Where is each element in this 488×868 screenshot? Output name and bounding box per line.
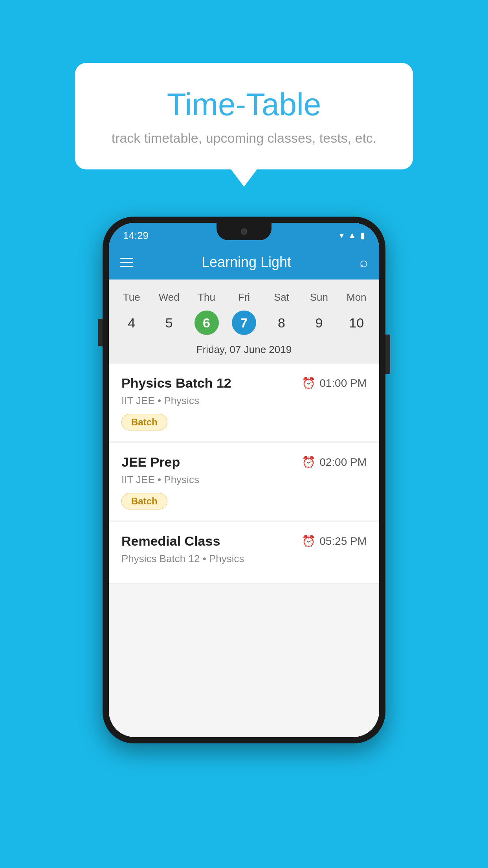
- class-3-time: ⏰ 05:25 PM: [302, 535, 367, 548]
- status-time: 14:29: [123, 230, 149, 242]
- clock-icon-3: ⏰: [302, 535, 316, 548]
- class-1-badge: Batch: [121, 414, 167, 430]
- class-2-time: ⏰ 02:00 PM: [302, 456, 367, 469]
- battery-icon: ▮: [360, 230, 365, 241]
- class-1-name: Physics Batch 12: [121, 375, 231, 391]
- day-8[interactable]: 8: [269, 311, 294, 335]
- class-3-name: Remedial Class: [121, 533, 220, 549]
- day-thu: Thu: [188, 287, 225, 307]
- day-sat: Sat: [263, 287, 300, 307]
- wifi-icon: ▾: [339, 230, 344, 241]
- class-3-detail: Physics Batch 12 • Physics: [121, 553, 367, 565]
- class-item-3-header: Remedial Class ⏰ 05:25 PM: [121, 533, 367, 549]
- day-7-selected[interactable]: 7: [232, 311, 256, 335]
- app-title: Learning Light: [202, 254, 291, 270]
- class-3-time-value: 05:25 PM: [319, 535, 367, 548]
- phone-mockup: 14:29 ▾ ▲ ▮ Learning Light ⌕: [103, 217, 385, 743]
- camera-dot: [241, 228, 247, 235]
- class-2-badge: Batch: [121, 493, 167, 509]
- clock-icon-1: ⏰: [302, 377, 316, 390]
- class-1-time-value: 01:00 PM: [319, 377, 367, 390]
- class-2-name: JEE Prep: [121, 454, 180, 470]
- class-item-1[interactable]: Physics Batch 12 ⏰ 01:00 PM IIT JEE • Ph…: [109, 364, 379, 441]
- day-5[interactable]: 5: [157, 311, 181, 335]
- search-icon[interactable]: ⌕: [360, 254, 368, 270]
- selected-date-label: Friday, 07 June 2019: [109, 338, 379, 364]
- class-2-detail: IIT JEE • Physics: [121, 474, 367, 486]
- day-6-today[interactable]: 6: [194, 311, 219, 335]
- class-item-2[interactable]: JEE Prep ⏰ 02:00 PM IIT JEE • Physics Ba…: [109, 443, 379, 520]
- day-10[interactable]: 10: [344, 311, 369, 335]
- class-item-2-header: JEE Prep ⏰ 02:00 PM: [121, 454, 367, 470]
- day-4[interactable]: 4: [119, 311, 144, 335]
- day-wed: Wed: [150, 287, 187, 307]
- class-list: Physics Batch 12 ⏰ 01:00 PM IIT JEE • Ph…: [109, 364, 379, 584]
- class-1-time: ⏰ 01:00 PM: [302, 377, 367, 390]
- calendar-strip: Tue Wed Thu Fri Sat Sun Mon 4 5 6 7 8 9 …: [109, 280, 379, 364]
- speech-bubble-container: Time-Table track timetable, upcoming cla…: [75, 63, 413, 169]
- class-2-time-value: 02:00 PM: [319, 456, 367, 469]
- signal-icon: ▲: [348, 230, 356, 241]
- hamburger-menu-icon[interactable]: [120, 258, 133, 267]
- day-fri: Fri: [225, 287, 262, 307]
- day-9[interactable]: 9: [307, 311, 331, 335]
- class-item-3[interactable]: Remedial Class ⏰ 05:25 PM Physics Batch …: [109, 522, 379, 583]
- day-mon: Mon: [338, 287, 375, 307]
- bubble-title: Time-Table: [106, 86, 382, 123]
- bubble-subtitle: track timetable, upcoming classes, tests…: [106, 131, 382, 146]
- day-tue: Tue: [113, 287, 150, 307]
- day-sun: Sun: [300, 287, 338, 307]
- class-item-1-header: Physics Batch 12 ⏰ 01:00 PM: [121, 375, 367, 391]
- phone-notch: [216, 223, 272, 240]
- days-header: Tue Wed Thu Fri Sat Sun Mon: [109, 287, 379, 307]
- app-bar: Learning Light ⌕: [109, 245, 379, 280]
- class-1-detail: IIT JEE • Physics: [121, 395, 367, 407]
- days-numbers: 4 5 6 7 8 9 10: [109, 307, 379, 338]
- speech-bubble: Time-Table track timetable, upcoming cla…: [75, 63, 413, 169]
- phone-outer: 14:29 ▾ ▲ ▮ Learning Light ⌕: [103, 217, 385, 743]
- status-icons: ▾ ▲ ▮: [339, 230, 365, 241]
- clock-icon-2: ⏰: [302, 456, 316, 469]
- phone-inner: 14:29 ▾ ▲ ▮ Learning Light ⌕: [109, 223, 379, 737]
